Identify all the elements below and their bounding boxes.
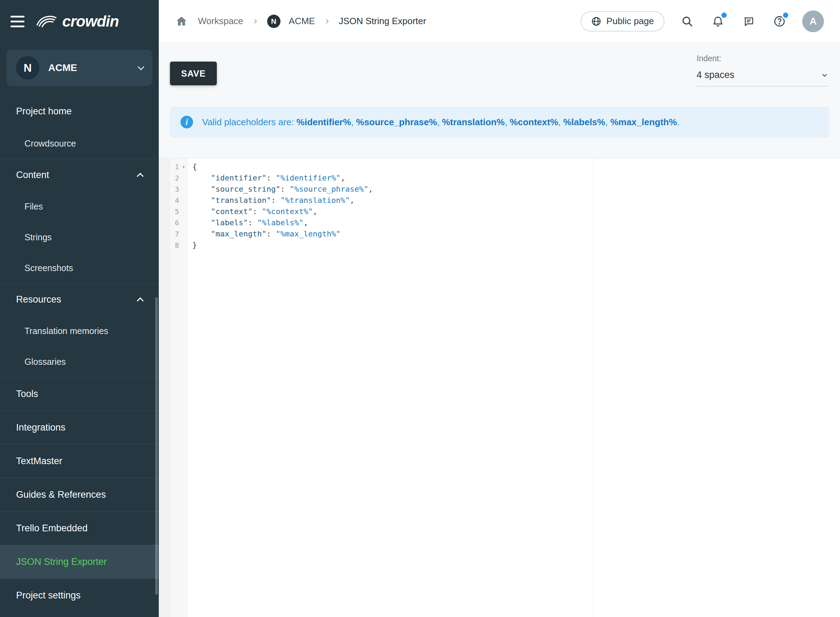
gutter-line: 6 <box>170 217 188 229</box>
chevron-up-icon <box>137 173 144 180</box>
sidebar-item-integrations[interactable]: Integrations <box>0 410 159 444</box>
sidebar-item-label: Translation memories <box>25 326 108 336</box>
editor-code[interactable]: { "identifier": "%identifier%", "source_… <box>188 158 840 617</box>
sidebar-item-label: Guides & References <box>16 489 106 500</box>
sidebar-item-label: Glossaries <box>25 357 66 367</box>
banner-placeholder: %context% <box>510 117 559 127</box>
banner-placeholder: %labels% <box>563 117 605 127</box>
sidebar-item-label: Project home <box>16 106 72 117</box>
chevron-down-icon <box>821 71 829 80</box>
main-area: Workspace N ACME JSON String Exporter Pu… <box>159 0 840 617</box>
line-number: 8 <box>170 240 179 251</box>
sidebar-item-trello-embedded[interactable]: Trello Embedded <box>0 511 159 545</box>
sidebar-item-json-string-exporter[interactable]: JSON String Exporter <box>0 545 159 579</box>
line-number: 2 <box>170 173 179 184</box>
sidebar-item-textmaster[interactable]: TextMaster <box>0 444 159 478</box>
notification-badge <box>721 13 727 18</box>
line-number: 6 <box>170 217 179 229</box>
banner-text-segment: , <box>351 117 356 127</box>
home-icon[interactable] <box>174 13 190 30</box>
line-number: 7 <box>170 229 179 240</box>
indent-value: 4 spaces <box>697 69 734 80</box>
sidebar-item-label: Content <box>16 170 49 180</box>
help-icon[interactable] <box>771 13 787 30</box>
code-line: "labels": "%labels%", <box>192 217 840 229</box>
breadcrumb: Workspace N ACME JSON String Exporter <box>174 13 581 30</box>
code-line: } <box>192 240 840 251</box>
info-banner: i Valid placeholders are: %identifier%, … <box>170 107 829 137</box>
workspace-selector[interactable]: N ACME <box>6 50 152 86</box>
workspace-avatar: N <box>15 56 40 80</box>
code-editor: 1▾2345678 { "identifier": "%identifier%"… <box>159 158 840 617</box>
sidebar-item-translation-memories[interactable]: Translation memories <box>0 316 159 346</box>
sidebar-item-tools[interactable]: Tools <box>0 377 159 410</box>
editor-margin <box>159 158 170 617</box>
banner-text: Valid placeholders are: %identifier%, %s… <box>202 117 679 128</box>
save-button[interactable]: SAVE <box>170 62 217 86</box>
notifications-bell-icon[interactable] <box>710 13 726 30</box>
line-number: 4 <box>170 195 179 206</box>
public-page-button[interactable]: Public page <box>581 11 665 31</box>
user-avatar[interactable]: A <box>802 10 824 32</box>
sidebar-nav: Project homeCrowdsourceContentFilesStrin… <box>0 94 159 612</box>
crowdin-logo-text: crowdin <box>62 13 119 30</box>
banner-text-segment: , <box>558 117 563 127</box>
sidebar-item-guides-references[interactable]: Guides & References <box>0 478 159 511</box>
search-icon[interactable] <box>679 13 695 30</box>
crowdin-logo[interactable]: crowdin <box>36 13 119 30</box>
banner-text-segment: . <box>677 117 679 127</box>
editor-ruler <box>593 158 594 617</box>
code-line: "context": "%context%", <box>192 206 840 217</box>
code-line: "source_string": "%source_phrase%", <box>192 184 840 195</box>
sidebar-item-label: Tools <box>16 388 38 399</box>
gutter-line: 2 <box>170 173 188 184</box>
banner-placeholder: %max_length% <box>610 117 677 127</box>
crowdin-bird-icon <box>36 13 57 30</box>
sidebar-item-label: Integrations <box>16 422 65 433</box>
gutter-line: 7 <box>170 229 188 240</box>
banner-text-segment: , <box>437 117 442 127</box>
chevron-right-icon <box>252 18 259 25</box>
sidebar-item-screenshots[interactable]: Screenshots <box>0 252 159 283</box>
banner-placeholder: %identifier% <box>296 117 351 127</box>
fold-marker-icon[interactable]: ▾ <box>179 161 188 173</box>
sidebar-item-strings[interactable]: Strings <box>0 222 159 252</box>
sidebar-item-label: TextMaster <box>16 456 62 466</box>
sidebar-scrollbar[interactable] <box>155 297 158 595</box>
sidebar-item-label: Trello Embedded <box>16 523 88 534</box>
sidebar-item-project-home[interactable]: Project home <box>0 94 159 128</box>
breadcrumb-project[interactable]: ACME <box>289 16 315 27</box>
gutter-line: 1▾ <box>170 161 188 173</box>
sidebar-item-crowdsource[interactable]: Crowdsource <box>0 128 159 159</box>
sidebar-item-label: Screenshots <box>25 263 73 273</box>
content: SAVE Indent: 4 spaces i Valid placeholde… <box>159 43 840 617</box>
sidebar-item-files[interactable]: Files <box>0 191 159 222</box>
chevron-down-icon <box>137 63 144 70</box>
messages-icon[interactable] <box>741 13 757 30</box>
sidebar-item-content[interactable]: Content <box>0 159 159 191</box>
info-icon: i <box>180 116 193 128</box>
line-number: 3 <box>170 184 179 195</box>
hamburger-menu-icon[interactable] <box>10 16 25 27</box>
crowdin-app: crowdin N ACME Project homeCrowdsourceCo… <box>0 0 840 617</box>
sidebar-item-project-settings[interactable]: Project settings <box>0 579 159 612</box>
globe-icon <box>591 16 601 27</box>
banner-text-segment: , <box>605 117 610 127</box>
code-line: { <box>192 161 840 173</box>
sidebar-item-glossaries[interactable]: Glossaries <box>0 346 159 377</box>
indent-select[interactable]: 4 spaces <box>697 69 829 86</box>
topbar: Workspace N ACME JSON String Exporter Pu… <box>159 0 840 43</box>
sidebar-item-label: Crowdsource <box>25 139 76 149</box>
chevron-right-icon <box>323 18 330 25</box>
banner-placeholder: %source_phrase% <box>356 117 437 127</box>
chevron-up-icon <box>137 297 144 304</box>
banner-text-segment: , <box>505 117 510 127</box>
sidebar-item-resources[interactable]: Resources <box>0 283 159 316</box>
gutter-line: 3 <box>170 184 188 195</box>
sidebar-item-label: Files <box>25 201 43 212</box>
topbar-actions: Public page A <box>581 10 824 32</box>
public-page-label: Public page <box>606 16 654 27</box>
indent-control: Indent: 4 spaces <box>697 54 829 86</box>
banner-text-segment: Valid placeholders are: <box>202 117 296 127</box>
breadcrumb-workspace[interactable]: Workspace <box>198 16 243 27</box>
